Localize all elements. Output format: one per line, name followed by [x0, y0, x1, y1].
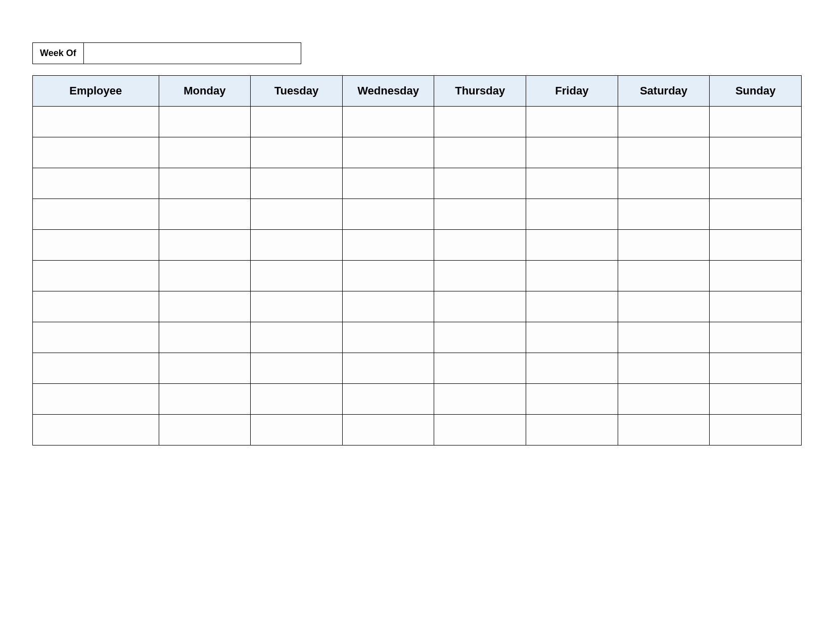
day-cell[interactable] [159, 322, 251, 353]
employee-cell[interactable] [33, 230, 159, 261]
day-cell[interactable] [710, 322, 802, 353]
day-cell[interactable] [434, 230, 526, 261]
day-cell[interactable] [159, 291, 251, 322]
day-cell[interactable] [434, 199, 526, 230]
day-cell[interactable] [251, 322, 343, 353]
day-cell[interactable] [618, 107, 710, 137]
col-employee: Employee [33, 76, 159, 107]
day-cell[interactable] [342, 107, 434, 137]
day-cell[interactable] [251, 291, 343, 322]
day-cell[interactable] [526, 322, 618, 353]
day-cell[interactable] [710, 261, 802, 291]
day-cell[interactable] [526, 107, 618, 137]
day-cell[interactable] [710, 353, 802, 384]
day-cell[interactable] [526, 168, 618, 199]
day-cell[interactable] [526, 291, 618, 322]
employee-cell[interactable] [33, 107, 159, 137]
day-cell[interactable] [159, 137, 251, 168]
day-cell[interactable] [710, 107, 802, 137]
day-cell[interactable] [342, 199, 434, 230]
day-cell[interactable] [618, 230, 710, 261]
day-cell[interactable] [526, 137, 618, 168]
day-cell[interactable] [434, 168, 526, 199]
day-cell[interactable] [159, 107, 251, 137]
day-cell[interactable] [159, 415, 251, 445]
day-cell[interactable] [342, 384, 434, 415]
employee-cell[interactable] [33, 322, 159, 353]
table-row [33, 353, 802, 384]
week-of-input[interactable] [84, 42, 301, 64]
day-cell[interactable] [251, 230, 343, 261]
day-cell[interactable] [526, 353, 618, 384]
day-cell[interactable] [710, 384, 802, 415]
day-cell[interactable] [251, 168, 343, 199]
day-cell[interactable] [710, 137, 802, 168]
day-cell[interactable] [251, 107, 343, 137]
day-cell[interactable] [526, 384, 618, 415]
day-cell[interactable] [342, 168, 434, 199]
day-cell[interactable] [710, 291, 802, 322]
day-cell[interactable] [710, 230, 802, 261]
day-cell[interactable] [526, 261, 618, 291]
day-cell[interactable] [251, 353, 343, 384]
day-cell[interactable] [251, 137, 343, 168]
employee-cell[interactable] [33, 353, 159, 384]
day-cell[interactable] [434, 384, 526, 415]
employee-cell[interactable] [33, 199, 159, 230]
table-row [33, 168, 802, 199]
col-wednesday: Wednesday [342, 76, 434, 107]
day-cell[interactable] [618, 353, 710, 384]
day-cell[interactable] [710, 199, 802, 230]
employee-cell[interactable] [33, 384, 159, 415]
employee-cell[interactable] [33, 415, 159, 445]
day-cell[interactable] [251, 261, 343, 291]
day-cell[interactable] [342, 291, 434, 322]
day-cell[interactable] [618, 199, 710, 230]
employee-cell[interactable] [33, 291, 159, 322]
day-cell[interactable] [618, 291, 710, 322]
day-cell[interactable] [434, 107, 526, 137]
day-cell[interactable] [434, 415, 526, 445]
table-row [33, 261, 802, 291]
day-cell[interactable] [526, 199, 618, 230]
day-cell[interactable] [434, 261, 526, 291]
day-cell[interactable] [159, 384, 251, 415]
day-cell[interactable] [710, 415, 802, 445]
day-cell[interactable] [434, 353, 526, 384]
day-cell[interactable] [710, 168, 802, 199]
day-cell[interactable] [526, 415, 618, 445]
day-cell[interactable] [342, 415, 434, 445]
day-cell[interactable] [251, 415, 343, 445]
day-cell[interactable] [342, 137, 434, 168]
day-cell[interactable] [618, 137, 710, 168]
day-cell[interactable] [251, 384, 343, 415]
employee-cell[interactable] [33, 261, 159, 291]
day-cell[interactable] [159, 199, 251, 230]
day-cell[interactable] [618, 415, 710, 445]
day-cell[interactable] [342, 353, 434, 384]
day-cell[interactable] [434, 322, 526, 353]
day-cell[interactable] [618, 384, 710, 415]
day-cell[interactable] [342, 261, 434, 291]
day-cell[interactable] [159, 353, 251, 384]
day-cell[interactable] [159, 261, 251, 291]
table-row [33, 199, 802, 230]
schedule-body [33, 107, 802, 445]
day-cell[interactable] [526, 230, 618, 261]
day-cell[interactable] [159, 168, 251, 199]
day-cell[interactable] [434, 137, 526, 168]
schedule-page: Week Of Employee Monday Tuesday Wednesda… [0, 0, 834, 445]
table-row [33, 384, 802, 415]
day-cell[interactable] [251, 199, 343, 230]
day-cell[interactable] [159, 230, 251, 261]
day-cell[interactable] [618, 261, 710, 291]
day-cell[interactable] [618, 168, 710, 199]
day-cell[interactable] [342, 230, 434, 261]
day-cell[interactable] [434, 291, 526, 322]
day-cell[interactable] [618, 322, 710, 353]
col-tuesday: Tuesday [251, 76, 343, 107]
employee-cell[interactable] [33, 168, 159, 199]
col-monday: Monday [159, 76, 251, 107]
employee-cell[interactable] [33, 137, 159, 168]
day-cell[interactable] [342, 322, 434, 353]
